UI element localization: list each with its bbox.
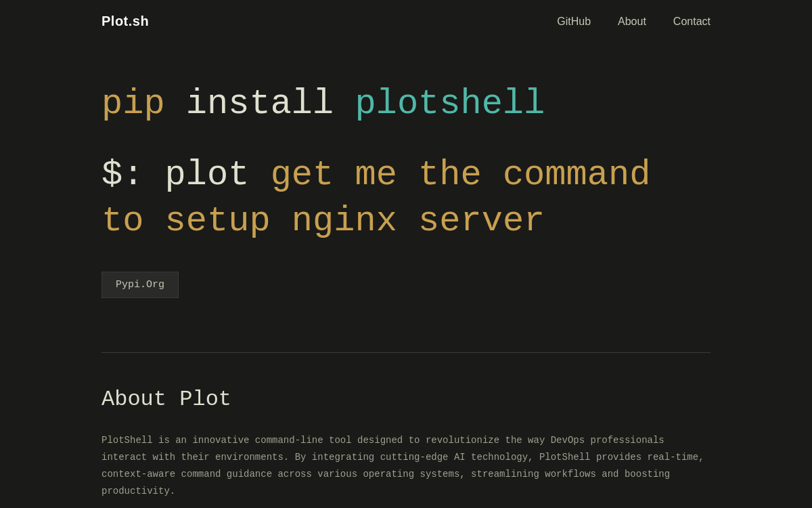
- about-title: About Plot: [102, 387, 710, 412]
- pip-keyword: pip: [102, 84, 165, 124]
- main-nav: GitHub About Contact: [557, 16, 710, 28]
- hero-section: pip install plotshell $: plot get me the…: [0, 43, 812, 352]
- nav-contact[interactable]: Contact: [673, 16, 710, 28]
- about-section: About Plot PlotShell is an innovative co…: [0, 353, 812, 508]
- example-command: $: plot get me the command to setup ngin…: [102, 152, 710, 244]
- package-name: plotshell: [355, 84, 545, 124]
- install-text: install: [186, 84, 334, 124]
- shell-prompt: $: plot: [102, 155, 271, 195]
- pypi-button[interactable]: Pypi.Org: [102, 272, 179, 298]
- nav-github[interactable]: GitHub: [557, 16, 591, 28]
- site-logo: Plot.sh: [102, 14, 149, 29]
- site-header: Plot.sh GitHub About Contact: [0, 0, 812, 43]
- install-command: pip install plotshell: [102, 83, 710, 125]
- about-description: PlotShell is an innovative command-line …: [102, 432, 710, 501]
- nav-about[interactable]: About: [618, 16, 646, 28]
